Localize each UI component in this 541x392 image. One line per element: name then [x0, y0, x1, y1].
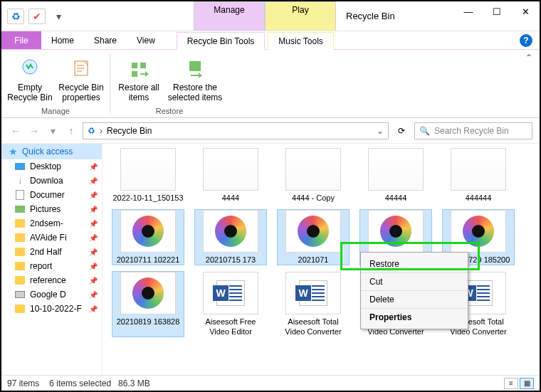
file-tile[interactable]: 4444 — [195, 148, 266, 203]
sidebar-item[interactable]: Google D📌 — [1, 287, 102, 302]
forward-button[interactable]: → — [27, 124, 41, 138]
file-name: Aiseesoft Total Video Converter — [278, 317, 349, 336]
svg-rect-4 — [132, 71, 137, 77]
file-tile[interactable]: 20210715 173 — [195, 210, 266, 265]
pin-icon: 📌 — [89, 248, 98, 256]
file-name: 2022-10-11_150153 — [112, 194, 183, 203]
svg-rect-3 — [140, 63, 146, 68]
file-tile[interactable]: Aiseesoft Free Video Editor — [195, 272, 266, 336]
file-tile[interactable]: 20210711 102221 — [112, 210, 184, 265]
restore-selected-items-button[interactable]: Restore the selected items — [166, 54, 224, 105]
file-tile[interactable]: 2021071 — [278, 210, 349, 265]
recycle-bin-properties-button[interactable]: Recycle Bin properties — [57, 54, 105, 105]
file-tile[interactable]: 444444 — [443, 148, 514, 203]
sidebar-item-label: AVAide Fi — [30, 233, 67, 243]
tab-home[interactable]: Home — [41, 31, 84, 49]
sidebar-item[interactable]: report📌 — [1, 259, 102, 273]
ribbon: Empty Recycle Bin Recycle Bin properties… — [1, 50, 540, 118]
restore-all-items-label: Restore all items — [116, 83, 162, 102]
file-tile[interactable]: 20210819 163828 — [112, 272, 184, 336]
pin-icon: 📌 — [89, 263, 98, 270]
quick-access-label: Quick access — [22, 147, 73, 157]
sidebar-item[interactable]: 2nd Half📌 — [1, 245, 102, 259]
context-menu-cut[interactable]: Cut — [361, 272, 468, 290]
sidebar-item-label: Google D — [30, 290, 66, 300]
sidebar-item[interactable]: Documer📌 — [1, 188, 102, 202]
quick-access-item[interactable]: ★ Quick access — [1, 144, 102, 159]
restore-selected-icon — [184, 57, 206, 80]
empty-recycle-bin-button[interactable]: Empty Recycle Bin — [6, 54, 54, 105]
file-tile[interactable]: Aiseesoft Total Video Converter — [278, 272, 349, 336]
ribbon-group-restore-label: Restore — [156, 105, 184, 118]
refresh-button[interactable]: ⟳ — [393, 122, 410, 139]
file-name: 444444 — [466, 194, 492, 203]
collapse-ribbon-icon[interactable]: ⌃ — [518, 50, 540, 65]
chevron-right-icon: › — [100, 126, 103, 136]
view-details-button[interactable]: ≡ — [504, 378, 518, 389]
maximize-button[interactable]: ☐ — [483, 1, 511, 21]
tab-share[interactable]: Share — [84, 31, 127, 49]
sidebar-item-label: 2nd Half — [30, 247, 62, 257]
qat-dropdown-icon[interactable]: ▾ — [50, 9, 67, 24]
file-tile[interactable]: 44444 — [360, 148, 431, 203]
context-tab-group: Manage Play — [194, 1, 336, 31]
context-menu-restore[interactable]: Restore — [361, 255, 468, 272]
tab-file[interactable]: File — [1, 31, 41, 49]
pin-icon: 📌 — [89, 163, 98, 171]
file-name: Aiseesoft Free Video Editor — [195, 317, 266, 336]
restore-all-icon — [127, 57, 150, 80]
pin-icon: 📌 — [89, 291, 98, 299]
address-dropdown-icon[interactable]: ⌄ — [377, 126, 384, 136]
context-tab-manage[interactable]: Manage — [194, 1, 265, 31]
sidebar-item[interactable]: ↓Downloa📌 — [1, 174, 102, 188]
sidebar-item[interactable]: AVAide Fi📌 — [1, 231, 102, 245]
folder-icon — [14, 304, 26, 314]
sidebar-item[interactable]: Pictures📌 — [1, 202, 102, 216]
help-icon[interactable]: ? — [520, 34, 532, 47]
title-bar: ♻ ✔ ▾ Manage Play Recycle Bin — ☐ ✕ — [1, 1, 540, 31]
file-name: 4444 - Copy — [292, 194, 335, 203]
search-input[interactable]: 🔍 Search Recycle Bin — [414, 122, 532, 139]
recent-locations-button[interactable]: ▾ — [46, 124, 60, 138]
qat-properties-icon[interactable]: ✔ — [28, 9, 46, 24]
context-menu-properties[interactable]: Properties — [361, 308, 468, 326]
recycle-bin-icon: ♻ — [88, 126, 95, 136]
address-bar-row: ← → ▾ ↑ ♻ › Recycle Bin ⌄ ⟳ 🔍 Search Rec… — [1, 118, 540, 144]
sidebar-item[interactable]: 2ndsem-📌 — [1, 216, 102, 231]
minimize-button[interactable]: — — [454, 1, 483, 21]
sidebar-item[interactable]: Desktop📌 — [1, 159, 102, 174]
search-icon: 🔍 — [419, 126, 430, 136]
context-menu-delete[interactable]: Delete — [361, 290, 468, 308]
doc-icon — [14, 190, 26, 200]
sidebar-item-label: Desktop — [30, 161, 61, 171]
file-tile[interactable]: 4444 - Copy — [278, 148, 349, 203]
sidebar-item[interactable]: reference📌 — [1, 273, 102, 287]
back-button[interactable]: ← — [9, 124, 23, 138]
ribbon-group-restore: Restore all items Restore the selected i… — [110, 50, 229, 117]
tab-recycle-bin-tools[interactable]: Recycle Bin Tools — [177, 32, 266, 50]
status-bar: 97 items 6 items selected 86.3 MB ≡ ▦ — [1, 375, 540, 391]
context-tab-play[interactable]: Play — [265, 1, 336, 31]
recycle-bin-properties-label: Recycle Bin properties — [58, 83, 104, 102]
file-name: 20210715 173 — [206, 255, 256, 265]
svg-rect-2 — [132, 63, 137, 68]
sidebar-item-label: Documer — [30, 190, 65, 200]
address-bar[interactable]: ♻ › Recycle Bin ⌄ — [83, 122, 389, 139]
view-large-icons-button[interactable]: ▦ — [520, 378, 534, 389]
file-name: 20210711 102221 — [117, 255, 180, 265]
file-tile[interactable]: 2022-10-11_150153 — [112, 148, 184, 203]
recycle-bin-icon[interactable]: ♻ — [7, 9, 24, 24]
restore-all-items-button[interactable]: Restore all items — [115, 54, 163, 105]
up-button[interactable]: ↑ — [64, 124, 78, 138]
tab-view[interactable]: View — [127, 31, 165, 49]
status-count: 97 items — [7, 378, 39, 388]
folder-icon — [14, 247, 26, 257]
sidebar-item[interactable]: 10-10-2022-F📌 — [1, 302, 102, 316]
down-icon: ↓ — [14, 176, 26, 186]
restore-selected-items-label: Restore the selected items — [167, 83, 223, 102]
tab-music-tools[interactable]: Music Tools — [268, 32, 333, 50]
pic-icon — [14, 204, 26, 214]
ribbon-group-manage-label: Manage — [41, 105, 70, 118]
close-button[interactable]: ✕ — [511, 1, 540, 21]
search-placeholder: Search Recycle Bin — [434, 126, 509, 136]
